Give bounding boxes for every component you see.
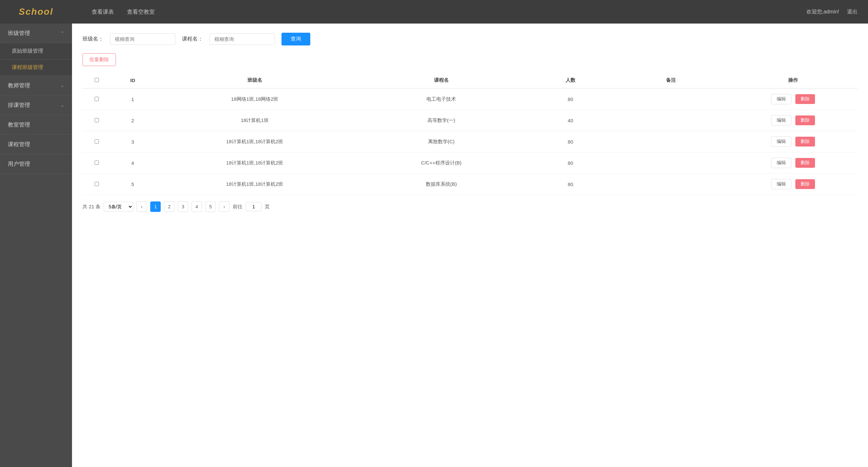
cell-class-name: 18计算机1班,18计算机2班 (154, 174, 355, 195)
cell-remark (614, 131, 728, 153)
goto-label: 前往 (233, 204, 243, 210)
edit-button-1[interactable]: 编辑 (771, 115, 792, 126)
nav-links: 查看课表 查看空教室 (72, 8, 806, 16)
table-header-row: ID 班级名 课程名 人数 备注 操作 (83, 73, 858, 88)
cell-id: 1 (111, 88, 154, 110)
edit-button-0[interactable]: 编辑 (771, 94, 792, 104)
sidebar-label-user-mgmt: 用户管理 (8, 160, 30, 168)
cell-action: 编辑 删除 (728, 174, 858, 195)
cell-id: 4 (111, 153, 154, 174)
delete-button-1[interactable]: 删除 (795, 115, 815, 125)
table-row: 3 18计算机1班,18计算机2班 离散数学(C) 80 编辑 删除 (83, 131, 858, 153)
cell-class-name: 18计算机1班,18计算机2班 (154, 131, 355, 153)
cell-action: 编辑 删除 (728, 153, 858, 174)
class-search-label: 班级名： (83, 36, 103, 42)
table-row: 5 18计算机1班,18计算机2班 数据库系统(B) 80 编辑 删除 (83, 174, 858, 195)
delete-button-3[interactable]: 删除 (795, 158, 815, 168)
header-id: ID (111, 73, 154, 88)
nav-view-schedule[interactable]: 查看课表 (92, 8, 114, 16)
app-title: School (19, 6, 53, 17)
cell-course-name: 离散数学(C) (355, 131, 527, 153)
page-button-4[interactable]: 4 (191, 201, 202, 212)
page-button-5[interactable]: 5 (205, 201, 216, 212)
row-checkbox-2[interactable] (95, 139, 99, 143)
sidebar-item-classroom-mgmt[interactable]: 教室管理 (0, 115, 72, 135)
row-checkbox-1[interactable] (95, 118, 99, 122)
header-remark: 备注 (614, 73, 728, 88)
cell-count: 80 (527, 88, 613, 110)
row-checkbox-4[interactable] (95, 182, 99, 186)
cell-id: 3 (111, 131, 154, 153)
pagination-total: 共 21 条 (83, 204, 100, 210)
cell-id: 5 (111, 174, 154, 195)
cell-class-name: 18计算机1班,18计算机2班 (154, 153, 355, 174)
header-course-name: 课程名 (355, 73, 527, 88)
logo-area: School (0, 0, 72, 24)
cell-action: 编辑 删除 (728, 131, 858, 153)
batch-delete-button[interactable]: 批量删除 (83, 53, 116, 66)
header-checkbox (83, 73, 111, 88)
chevron-up-icon: ⌃ (61, 31, 64, 36)
sidebar-label-class-mgmt: 班级管理 (8, 29, 30, 37)
data-table: ID 班级名 课程名 人数 备注 操作 1 18网络1班,18网络2班 电工电子… (83, 73, 858, 195)
row-checkbox-3[interactable] (95, 161, 99, 165)
sidebar-item-schedule-mgmt[interactable]: 排课管理 ⌄ (0, 96, 72, 115)
cell-course-name: 数据库系统(B) (355, 174, 527, 195)
cell-remark (614, 153, 728, 174)
cell-remark (614, 110, 728, 131)
table-row: 4 18计算机1班,18计算机2班 C/C++程序设计(B) 80 编辑 删除 (83, 153, 858, 174)
header-action: 操作 (728, 73, 858, 88)
sidebar-item-course-class-mgmt[interactable]: 课程班级管理 (0, 60, 72, 76)
prev-page-button[interactable]: ‹ (136, 201, 147, 212)
welcome-text: 欢迎您,admin! (806, 8, 839, 15)
delete-button-4[interactable]: 删除 (795, 179, 815, 189)
content-area: 班级名： 课程名： 查询 批量删除 ID 班级名 课程名 人数 备注 操作 (72, 24, 868, 467)
cell-count: 80 (527, 153, 613, 174)
page-unit-label: 页 (265, 204, 270, 210)
next-page-button[interactable]: › (219, 201, 229, 212)
pagination: 共 21 条 5条/页 10条/页 20条/页 ‹ 1 2 3 4 5 › 前往… (83, 201, 858, 212)
main-layout: 班级管理 ⌃ 原始班级管理 课程班级管理 教师管理 ⌄ 排课管理 ⌄ 教室管理 … (0, 24, 868, 467)
logout-button[interactable]: 退出 (847, 8, 858, 15)
search-bar: 班级名： 课程名： 查询 (83, 33, 858, 45)
nav-view-empty-room[interactable]: 查看空教室 (127, 8, 155, 16)
select-all-checkbox[interactable] (95, 78, 99, 82)
page-button-2[interactable]: 2 (164, 201, 175, 212)
edit-button-2[interactable]: 编辑 (771, 136, 792, 147)
cell-remark (614, 88, 728, 110)
sidebar-item-teacher-mgmt[interactable]: 教师管理 ⌄ (0, 76, 72, 96)
class-search-input[interactable] (110, 33, 176, 45)
row-checkbox-0[interactable] (95, 97, 99, 101)
edit-button-3[interactable]: 编辑 (771, 158, 792, 168)
sidebar-label-schedule-mgmt: 排课管理 (8, 101, 30, 109)
cell-count: 80 (527, 131, 613, 153)
sidebar: 班级管理 ⌃ 原始班级管理 课程班级管理 教师管理 ⌄ 排课管理 ⌄ 教室管理 … (0, 24, 72, 467)
goto-page-input[interactable] (246, 202, 261, 211)
page-button-1[interactable]: 1 (150, 201, 161, 212)
cell-id: 2 (111, 110, 154, 131)
chevron-down-icon-2: ⌄ (61, 103, 64, 108)
table-row: 1 18网络1班,18网络2班 电工电子技术 80 编辑 删除 (83, 88, 858, 110)
course-search-input[interactable] (210, 33, 275, 45)
sidebar-item-class-mgmt[interactable]: 班级管理 ⌃ (0, 24, 72, 43)
sidebar-item-course-mgmt[interactable]: 课程管理 (0, 135, 72, 154)
cell-action: 编辑 删除 (728, 88, 858, 110)
table-row: 2 18计算机1班 高等数学(一) 40 编辑 删除 (83, 110, 858, 131)
cell-course-name: C/C++程序设计(B) (355, 153, 527, 174)
cell-action: 编辑 删除 (728, 110, 858, 131)
sidebar-label-classroom-mgmt: 教室管理 (8, 121, 30, 129)
sidebar-item-user-mgmt[interactable]: 用户管理 (0, 154, 72, 174)
search-button[interactable]: 查询 (281, 33, 310, 45)
delete-button-2[interactable]: 删除 (795, 137, 815, 146)
nav-right: 欢迎您,admin! 退出 (806, 8, 868, 15)
page-button-3[interactable]: 3 (178, 201, 188, 212)
sidebar-item-original-class-mgmt[interactable]: 原始班级管理 (0, 43, 72, 60)
page-size-select[interactable]: 5条/页 10条/页 20条/页 (104, 202, 133, 211)
cell-class-name: 18计算机1班 (154, 110, 355, 131)
edit-button-4[interactable]: 编辑 (771, 179, 792, 189)
cell-course-name: 电工电子技术 (355, 88, 527, 110)
header-count: 人数 (527, 73, 613, 88)
sidebar-label-teacher-mgmt: 教师管理 (8, 82, 30, 89)
delete-button-0[interactable]: 删除 (795, 94, 815, 104)
cell-count: 40 (527, 110, 613, 131)
